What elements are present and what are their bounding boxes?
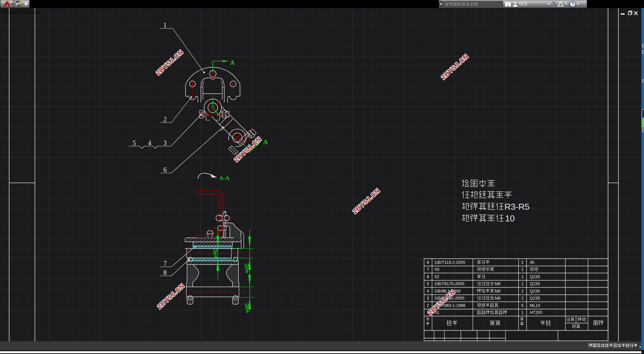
svg-text:2: 2: [163, 116, 167, 123]
svg-text:2: 2: [521, 260, 524, 265]
svg-text:4: 4: [427, 289, 429, 294]
svg-text:A: A: [230, 59, 235, 66]
svg-text:GB/T119.2-2000: GB/T119.2-2000: [435, 260, 465, 265]
svg-text:2: 2: [521, 289, 524, 294]
svg-text:Q235: Q235: [530, 296, 540, 301]
svg-text:[-][: [-][: [1, 10, 8, 15]
svg-text:M8: M8: [495, 282, 500, 286]
svg-text:ML10: ML10: [530, 303, 540, 308]
svg-text:02: 02: [435, 275, 439, 279]
svg-text:φ20: φ20: [245, 306, 249, 313]
svg-text:1: 1: [521, 310, 524, 315]
svg-text:2: 2: [521, 296, 524, 301]
svg-text:4: 4: [148, 139, 151, 147]
svg-text:Q235: Q235: [530, 289, 540, 294]
svg-text:6: 6: [163, 166, 167, 173]
svg-text:M8: M8: [495, 289, 500, 294]
svg-text:k6: k6: [247, 264, 250, 267]
svg-text:45: 45: [530, 260, 534, 265]
svg-text:HT200: HT200: [530, 310, 542, 315]
svg-text:A-A: A-A: [219, 175, 229, 181]
svg-text:A: A: [263, 139, 268, 146]
svg-text:]: ]: [39, 10, 40, 15]
svg-text:5: 5: [521, 303, 524, 308]
svg-text:5: 5: [427, 282, 429, 286]
svg-text:5: 5: [133, 139, 136, 147]
svg-text:7: 7: [163, 260, 167, 267]
svg-text:φ30: φ30: [213, 251, 217, 258]
svg-text:X: X: [552, 0, 556, 7]
svg-text:8: 8: [163, 269, 167, 276]
svg-text:8: 8: [427, 260, 429, 265]
svg-text:GB/T6175-2000: GB/T6175-2000: [435, 282, 464, 286]
svg-text:2: 2: [521, 282, 524, 286]
svg-text:φ20: φ20: [245, 266, 249, 273]
svg-text:7: 7: [427, 267, 429, 272]
svg-text:3: 3: [163, 139, 167, 147]
svg-text:Q235: Q235: [530, 282, 540, 286]
svg-text:1: 1: [163, 21, 167, 29]
svg-text:M8: M8: [495, 296, 500, 301]
svg-text:][: ][: [18, 10, 21, 15]
svg-text:10: 10: [505, 213, 515, 223]
svg-text:H7: H7: [244, 263, 247, 267]
svg-text:1: 1: [521, 267, 524, 272]
svg-text:3: 3: [427, 296, 429, 301]
svg-text:H7: H7: [213, 248, 215, 251]
svg-text:k6: k6: [248, 304, 250, 306]
svg-text:2: 2: [427, 303, 429, 308]
svg-text:Q235: Q235: [530, 275, 540, 279]
svg-text:6: 6: [427, 275, 429, 279]
svg-text:1: 1: [521, 275, 524, 279]
svg-text:?: ?: [571, 1, 574, 7]
svg-text:R3-R5: R3-R5: [504, 202, 529, 212]
svg-text:k6: k6: [216, 249, 218, 251]
svg-text:03: 03: [435, 267, 439, 272]
svg-text:H7: H7: [245, 303, 247, 306]
